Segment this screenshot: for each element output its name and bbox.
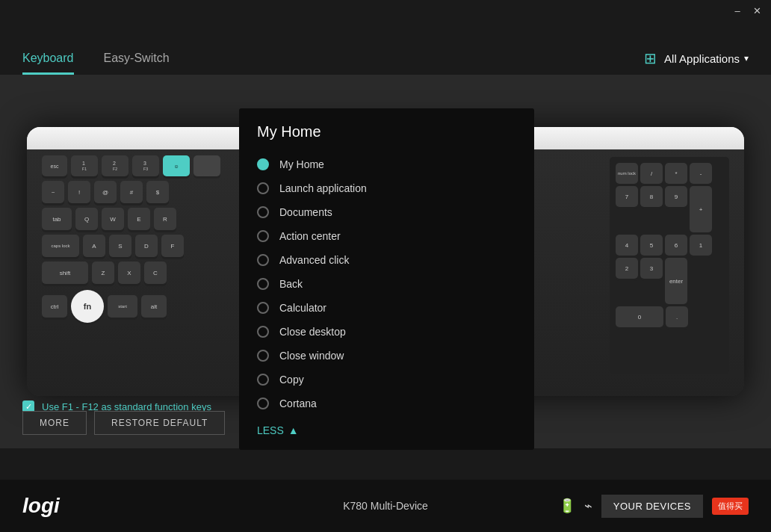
key-2num: 2 (616, 258, 638, 279)
dropdown-item-label: Calculator (279, 302, 326, 314)
key-x: X (118, 262, 140, 284)
key-numlock: num lock (616, 163, 638, 184)
dropdown-item[interactable]: Documents (239, 200, 534, 224)
less-label: LESS (257, 424, 284, 436)
dropdown-item[interactable]: Launch application (239, 176, 534, 200)
key-row-2: ~ ! @ # $ (42, 181, 169, 203)
dropdown-item-label: Close window (279, 350, 344, 362)
dropdown-item-label: Launch application (279, 182, 367, 194)
dropdown-item-label: Cortana (279, 398, 317, 409)
key-capslock: caps lock (42, 235, 79, 257)
dropdown-item[interactable]: Close window (239, 344, 534, 368)
dropdown-item[interactable]: Action center (239, 224, 534, 248)
key-ctrl: ctrl (42, 295, 67, 318)
key-num-slash: / (640, 163, 663, 184)
tab-keyboard[interactable]: Keyboard (22, 44, 74, 75)
dropdown-item[interactable]: Copy (239, 368, 534, 392)
key-!: ! (68, 181, 90, 203)
dropdown-item[interactable]: Back (239, 272, 534, 296)
tab-easy-switch[interactable]: Easy-Switch (104, 44, 170, 75)
key-shift: shift (42, 262, 88, 284)
key-enter: enter (665, 258, 687, 304)
dropdown-panel: My Home My HomeLaunch applicationDocumen… (239, 108, 534, 450)
radio-circle (257, 278, 269, 290)
key-e: E (128, 208, 150, 230)
radio-circle (257, 326, 269, 338)
chevron-down-icon: ▾ (744, 53, 749, 64)
key-5: 5 (640, 235, 663, 256)
key-num-asterisk: * (665, 163, 687, 184)
key-tab: tab (42, 208, 72, 230)
radio-circle (257, 302, 269, 314)
key-1num: 1 (690, 235, 712, 256)
key-num-minus: - (690, 163, 712, 184)
key-9: 9 (665, 186, 687, 207)
bluetooth-icon: ⌁ (584, 498, 592, 514)
key-alt: alt (141, 295, 167, 318)
key-row-qwer: tab Q W E R (42, 208, 176, 230)
dropdown-items-list: My HomeLaunch applicationDocumentsAction… (239, 152, 534, 415)
key-8: 8 (640, 186, 663, 207)
radio-circle (257, 230, 269, 242)
key-4: 4 (616, 235, 638, 256)
header-right: ⊞ All Applications ▾ (644, 49, 749, 75)
dropdown-item-label: Advanced click (279, 254, 349, 266)
dropdown-item[interactable]: Advanced click (239, 248, 534, 272)
dropdown-item[interactable]: Close desktop (239, 320, 534, 344)
radio-circle (257, 254, 269, 266)
chevron-up-icon: ▲ (288, 424, 299, 436)
key-row-1: esc 1F1 2F2 3F3 ☺ (42, 155, 220, 176)
key-6: 6 (665, 235, 687, 256)
header: Keyboard Easy-Switch ⊞ All Applications … (0, 0, 771, 75)
minimize-button[interactable]: – (732, 6, 743, 16)
key-hash: # (120, 181, 143, 203)
dropdown-item[interactable]: Calculator (239, 296, 534, 320)
key-1: 1F1 (71, 155, 98, 176)
key-7: 7 (616, 186, 638, 207)
dropdown-item-label: Back (279, 278, 303, 290)
key-z: Z (92, 262, 114, 284)
key-esc: esc (42, 155, 67, 176)
key-f: F (161, 235, 184, 257)
key-dollar: $ (146, 181, 169, 203)
radio-circle (257, 398, 269, 409)
key-at: @ (94, 181, 117, 203)
dropdown-item[interactable]: My Home (239, 152, 534, 176)
more-button[interactable]: MORE (22, 411, 87, 435)
footer: logi K780 Multi-Device 🔋 ⌁ YOUR DEVICES … (0, 480, 771, 532)
key-3: 3F3 (132, 155, 159, 176)
restore-default-button[interactable]: RESTORE DEFAULT (94, 411, 225, 435)
radio-circle (257, 350, 269, 362)
watermark-badge: 值得买 (712, 498, 749, 515)
key-del: . (666, 306, 688, 327)
key-plus: + (690, 186, 712, 232)
all-applications-button[interactable]: All Applications ▾ (664, 52, 749, 65)
radio-circle (257, 374, 269, 386)
battery-icon: 🔋 (559, 498, 575, 514)
radio-circle (257, 182, 269, 194)
tabs: Keyboard Easy-Switch (22, 44, 170, 75)
key-d: D (135, 235, 158, 257)
key-r: R (154, 208, 176, 230)
dropdown-title: My Home (239, 123, 534, 152)
dropdown-item[interactable]: Cortana (239, 392, 534, 415)
your-devices-button[interactable]: YOUR DEVICES (601, 495, 703, 518)
key-row-asdf: caps lock A S D F (42, 235, 184, 257)
key-q: Q (75, 208, 98, 230)
dropdown-item-label: Copy (279, 374, 304, 386)
key-fn: fn (71, 290, 104, 323)
titlebar: – ✕ (723, 0, 771, 22)
key-s: S (109, 235, 131, 257)
key-2: 2F2 (102, 155, 128, 176)
radio-circle (257, 158, 269, 170)
close-button[interactable]: ✕ (752, 6, 762, 16)
dropdown-less-button[interactable]: LESS ▲ (239, 415, 534, 442)
footer-right: 🔋 ⌁ YOUR DEVICES 值得买 (559, 495, 749, 518)
action-buttons: MORE RESTORE DEFAULT (22, 411, 225, 435)
key-row-zxcv: shift Z X C (42, 262, 167, 284)
all-applications-label: All Applications (664, 52, 740, 65)
key-4-teal: ☺ (163, 155, 190, 176)
key-5 (193, 155, 220, 176)
grid-icon: ⊞ (644, 49, 657, 67)
dropdown-item-label: My Home (279, 158, 324, 170)
